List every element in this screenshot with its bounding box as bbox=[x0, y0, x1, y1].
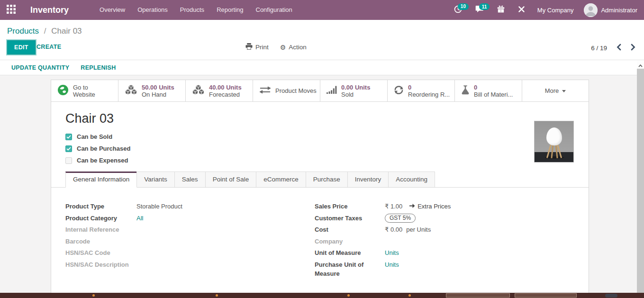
checkbox-checked-icon[interactable] bbox=[65, 134, 72, 140]
breadcrumb: Products / Chair 03 bbox=[0, 20, 644, 36]
scrollbar-thumb[interactable] bbox=[637, 69, 644, 293]
activities-button[interactable]: 10 bbox=[449, 2, 467, 18]
sales-price-value: ₹ 1.00 bbox=[385, 202, 402, 211]
cubes-icon bbox=[192, 85, 205, 97]
os-taskbar bbox=[0, 293, 644, 298]
breadcrumb-products[interactable]: Products bbox=[7, 27, 39, 36]
tab-general-information[interactable]: General Information bbox=[65, 172, 137, 188]
messages-badge: 11 bbox=[479, 3, 490, 10]
company-switcher[interactable]: My Company bbox=[534, 7, 581, 14]
arrow-right-icon bbox=[409, 203, 415, 210]
menu-operations[interactable]: Operations bbox=[131, 0, 174, 20]
pager-next-button[interactable] bbox=[631, 44, 635, 52]
transfer-arrows-icon bbox=[259, 86, 271, 96]
more-dropdown-button[interactable]: More bbox=[522, 80, 589, 101]
tab-purchase[interactable]: Purchase bbox=[306, 172, 348, 187]
product-category-link[interactable]: All bbox=[136, 214, 143, 223]
tools-icon bbox=[518, 6, 525, 15]
gear-icon: ⚙ bbox=[280, 44, 286, 51]
taskbar-window-thumbnail[interactable] bbox=[446, 293, 510, 298]
form-statusbar: UPDATE QUANTITY REPLENISH bbox=[0, 61, 637, 75]
control-panel: Products / Chair 03 EDIT CREATE Print ⚙ … bbox=[0, 20, 644, 60]
breadcrumb-current: Chair 03 bbox=[51, 27, 82, 36]
units-sold-button[interactable]: 0.00 Units Sold bbox=[320, 80, 388, 101]
tools-button[interactable] bbox=[513, 3, 530, 18]
sales-price-row: Sales Price ₹ 1.00 Extra Prices bbox=[315, 202, 574, 214]
bar-chart-icon bbox=[327, 86, 337, 96]
notebook-tabs: General Information Variants Sales Point… bbox=[51, 172, 589, 188]
update-quantity-button[interactable]: UPDATE QUANTITY bbox=[11, 64, 69, 71]
create-button[interactable]: CREATE bbox=[36, 44, 61, 50]
can-be-purchased-row[interactable]: Can be Purchased bbox=[65, 145, 574, 152]
purchase-uom-link[interactable]: Units bbox=[385, 260, 399, 269]
hsn-sac-description-row: HSN/SAC Description bbox=[65, 260, 303, 272]
hsn-sac-code-row: HSN/SAC Code bbox=[65, 248, 303, 260]
tab-point-of-sale[interactable]: Point of Sale bbox=[205, 172, 257, 187]
form-left-column: Product Type Storable Product Product Ca… bbox=[65, 202, 303, 278]
form-right-column: Sales Price ₹ 1.00 Extra Prices bbox=[315, 202, 574, 278]
edit-button[interactable]: EDIT bbox=[7, 40, 36, 54]
main-menu: Overview Operations Products Reporting C… bbox=[93, 0, 299, 20]
print-button[interactable]: Print bbox=[245, 43, 269, 51]
taskbar-indicator-dot bbox=[408, 294, 411, 297]
forecasted-button[interactable]: 40.00 Units Forecasted bbox=[186, 80, 253, 101]
menu-reporting[interactable]: Reporting bbox=[210, 0, 249, 20]
product-image bbox=[534, 121, 574, 163]
tab-accounting[interactable]: Accounting bbox=[388, 172, 435, 187]
scroll-up-button[interactable] bbox=[637, 61, 644, 69]
odoo-window: Inventory Overview Operations Products R… bbox=[0, 0, 644, 298]
action-button[interactable]: ⚙ Action bbox=[280, 43, 307, 51]
vertical-scrollbar[interactable] bbox=[637, 61, 644, 293]
can-be-sold-row[interactable]: Can be Sold bbox=[65, 133, 574, 140]
taskbar-indicator-dot bbox=[216, 294, 218, 297]
gift-button[interactable] bbox=[492, 2, 509, 18]
can-be-expensed-row[interactable]: Can be Expensed bbox=[65, 157, 574, 164]
chevron-up-icon bbox=[638, 61, 643, 69]
on-hand-button[interactable]: 50.00 Units On Hand bbox=[118, 80, 186, 101]
refresh-icon bbox=[394, 85, 404, 97]
tab-inventory[interactable]: Inventory bbox=[347, 172, 389, 187]
customer-taxes-badge[interactable]: GST 5% bbox=[385, 214, 416, 223]
flask-icon bbox=[461, 85, 470, 97]
apps-grid-icon bbox=[7, 5, 16, 16]
tab-ecommerce[interactable]: eCommerce bbox=[256, 172, 306, 187]
globe-icon bbox=[57, 84, 69, 98]
checkbox-checked-icon[interactable] bbox=[65, 145, 72, 152]
menu-products[interactable]: Products bbox=[174, 0, 210, 20]
bill-of-materials-button[interactable]: 0 Bill of Materi... bbox=[455, 80, 522, 101]
checkbox-unchecked-icon[interactable] bbox=[65, 157, 72, 164]
menu-configuration[interactable]: Configuration bbox=[250, 0, 299, 20]
messages-button[interactable]: 11 bbox=[471, 2, 489, 18]
smart-buttons-row: Go to Website 50.00 Units On Hand bbox=[51, 80, 589, 102]
chevron-left-icon bbox=[617, 44, 621, 52]
tab-variants[interactable]: Variants bbox=[136, 172, 175, 187]
uom-link[interactable]: Units bbox=[385, 248, 399, 257]
cubes-icon bbox=[125, 85, 137, 97]
replenish-button[interactable]: REPLENISH bbox=[81, 64, 116, 71]
unit-of-measure-row: Unit of Measure Units bbox=[315, 248, 574, 260]
reordering-rules-button[interactable]: 0 Reordering R... bbox=[388, 80, 455, 101]
pager: 6 / 19 bbox=[591, 44, 635, 52]
customer-taxes-row: Customer Taxes GST 5% bbox=[315, 214, 574, 226]
taskbar-window-thumbnail[interactable] bbox=[515, 293, 577, 298]
pager-previous-button[interactable] bbox=[617, 44, 621, 52]
apps-menu-button[interactable] bbox=[0, 0, 22, 20]
user-menu[interactable]: Administrator bbox=[584, 3, 639, 17]
navbar-systray: 10 11 My Company bbox=[449, 2, 644, 18]
product-type-value: Storable Product bbox=[136, 202, 182, 211]
product-moves-button[interactable]: Product Moves bbox=[253, 80, 320, 101]
product-header: Chair 03 Can be Sold Can be Purchased Ca… bbox=[51, 102, 589, 164]
menu-overview[interactable]: Overview bbox=[93, 0, 131, 20]
extra-prices-button[interactable]: Extra Prices bbox=[409, 203, 451, 210]
form-sheet: Go to Website 50.00 Units On Hand bbox=[51, 80, 589, 293]
go-to-website-button[interactable]: Go to Website bbox=[51, 80, 118, 101]
pager-count: 6 / 19 bbox=[591, 45, 607, 52]
app-title[interactable]: Inventory bbox=[30, 5, 69, 15]
top-navbar: Inventory Overview Operations Products R… bbox=[0, 0, 644, 20]
internal-reference-row: Internal Reference bbox=[65, 225, 303, 237]
printer-icon bbox=[245, 43, 253, 51]
company-row: Company bbox=[315, 237, 574, 249]
cost-value: ₹ 0.00 bbox=[385, 225, 402, 234]
tab-sales[interactable]: Sales bbox=[174, 172, 206, 187]
taskbar-icon[interactable] bbox=[605, 294, 617, 298]
